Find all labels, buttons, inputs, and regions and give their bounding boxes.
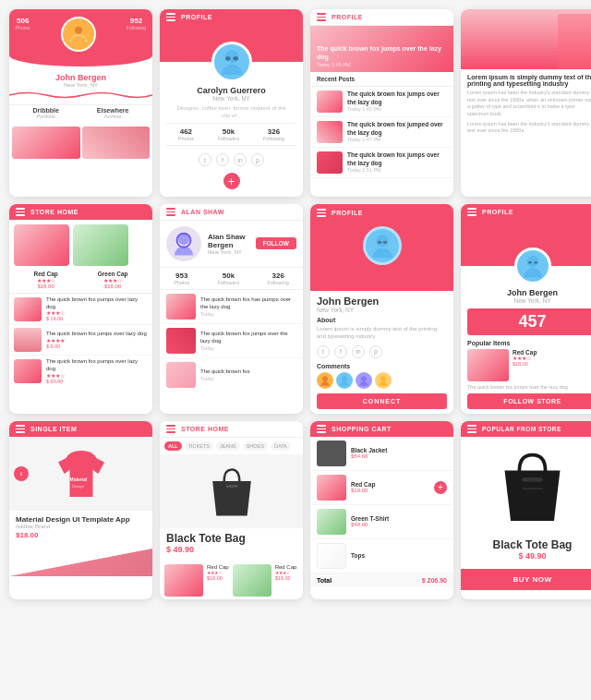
tote-price: $ 49.90 bbox=[166, 545, 296, 554]
popular-thumb-1 bbox=[467, 349, 509, 381]
popular-store-title: POPULAR FROM STORE bbox=[482, 426, 561, 432]
blog-card: PROFILE The quick brown fox jumps over t… bbox=[310, 9, 453, 197]
alan-name: Alan Shaw Bergen bbox=[208, 233, 249, 249]
svg-rect-20 bbox=[522, 477, 543, 482]
filter-all[interactable]: ALL bbox=[164, 441, 182, 451]
follow-store-button[interactable]: FOLLOW STORE bbox=[467, 393, 591, 409]
filter-tickets[interactable]: TICKETS bbox=[185, 441, 213, 451]
blog-hero: The quick brown fox jumps over the lazy … bbox=[310, 26, 453, 72]
alan-post-thumb-3 bbox=[166, 362, 196, 388]
product1-name: Red Cap bbox=[33, 271, 57, 277]
list-thumb-3 bbox=[14, 359, 42, 383]
bottom-stat2-val: Elsewhere bbox=[97, 107, 129, 114]
commenter-2 bbox=[336, 372, 353, 389]
alan-post-3[interactable]: The quick brown fox Today bbox=[160, 358, 303, 392]
svg-rect-21 bbox=[522, 488, 543, 489]
blog-post-2[interactable]: The quick brown fox jumped over the lazy… bbox=[310, 117, 453, 148]
social-twitter[interactable]: t bbox=[317, 345, 330, 358]
product-thumb-cap2 bbox=[73, 224, 128, 266]
connect-button[interactable]: CONNECT bbox=[317, 393, 447, 409]
stat2-num: 952 bbox=[127, 17, 146, 25]
back-button[interactable]: ‹ bbox=[14, 466, 29, 481]
bottom-stat1-val: Dribbble bbox=[32, 107, 58, 114]
list-item-2-name: The quick brown fox jumps over lazy dog bbox=[46, 331, 147, 338]
product2-price: $18.00 bbox=[98, 284, 128, 289]
related-price-2: $18.00 bbox=[275, 575, 297, 581]
hamburger-icon-blog[interactable] bbox=[317, 13, 326, 21]
single-item-info: Material Design UI Template App Addbar B… bbox=[9, 511, 152, 544]
facebook-icon[interactable]: f bbox=[216, 153, 229, 166]
hamburger-icon-cart[interactable] bbox=[317, 425, 326, 433]
alan-shaw-card: ALAN SHAW Alan Shaw Bergen New York, NY … bbox=[160, 204, 303, 414]
qty-button-2[interactable]: + bbox=[434, 481, 447, 494]
carolyn-stat2: 50k Followers bbox=[218, 127, 240, 141]
twitter-icon[interactable]: t bbox=[199, 153, 211, 166]
cart-item-4[interactable]: Tops bbox=[310, 539, 453, 573]
alan-post-1[interactable]: The quick brown fox has pumps over the l… bbox=[160, 290, 303, 324]
cart-item-3[interactable]: Green T-Shirt $48.00 bbox=[310, 505, 453, 539]
store-home-title: STORE HOME bbox=[181, 426, 229, 432]
hamburger-icon[interactable] bbox=[166, 13, 175, 21]
tote-bag-icon bbox=[209, 461, 255, 521]
wave-divider bbox=[9, 91, 152, 100]
commenter-4 bbox=[375, 372, 392, 389]
john-name: John Bergen bbox=[467, 288, 591, 297]
photo-thumb-1 bbox=[12, 127, 80, 159]
list-item-1[interactable]: The quick brown fox pumps over lazy dog … bbox=[9, 294, 152, 326]
svg-point-14 bbox=[526, 256, 538, 268]
filter-jeans[interactable]: JEANS bbox=[216, 441, 240, 451]
svg-text:Material: Material bbox=[69, 477, 88, 482]
instagram-icon[interactable]: in bbox=[234, 153, 247, 166]
hamburger-icon-storehome[interactable] bbox=[166, 425, 175, 433]
alan-title: ALAN SHAW bbox=[181, 209, 224, 215]
hamburger-icon-alan[interactable] bbox=[166, 208, 175, 216]
hamburger-icon-single[interactable] bbox=[16, 425, 25, 433]
list-item-3[interactable]: The quick brown fox pumps over lazy dog … bbox=[9, 356, 152, 387]
list-item-2[interactable]: The quick brown fox jumps over lazy dog … bbox=[9, 325, 152, 356]
alan-post-2[interactable]: The quick brown fox jumps over the lazy … bbox=[160, 324, 303, 358]
single-product-price: $18.00 bbox=[16, 531, 146, 539]
cart-item-1[interactable]: Black Jacket $54.00 bbox=[310, 437, 453, 471]
post-title-1: The quick brown fox jumps over the lazy … bbox=[347, 91, 447, 106]
stars2: ★★★☆ bbox=[98, 277, 128, 284]
related-thumb-1 bbox=[164, 564, 203, 597]
social-facebook[interactable]: f bbox=[334, 345, 347, 358]
single-product-name: Material Design UI Template App bbox=[16, 515, 146, 524]
comments-label: Comments bbox=[317, 363, 447, 369]
photo-thumb-2 bbox=[82, 127, 151, 159]
store-title: STORE HOME bbox=[30, 209, 78, 215]
alan-post-date-3: Today bbox=[200, 376, 250, 381]
social-pinterest[interactable]: p bbox=[369, 345, 382, 358]
carolyn-stat1: 462 Photos bbox=[178, 127, 194, 141]
cart-item-3-name: Green T-Shirt bbox=[351, 515, 389, 522]
follow-button[interactable]: FOLLOW bbox=[256, 237, 296, 249]
blog-post-1[interactable]: The quick brown fox jumps over the lazy … bbox=[310, 87, 453, 117]
social-linkedin[interactable]: in bbox=[352, 345, 365, 358]
buy-now-button[interactable]: BUY NOW bbox=[461, 569, 591, 590]
article-card: Lorem ipsum is simply dummy text of the … bbox=[461, 9, 591, 197]
product-thumb-cap1 bbox=[14, 224, 69, 266]
related-thumb-2 bbox=[233, 564, 271, 597]
filter-shoes[interactable]: SHOES bbox=[243, 441, 268, 451]
blog-post-3[interactable]: The quick brown fox jumps over the lazy … bbox=[310, 148, 453, 178]
svg-rect-4 bbox=[233, 56, 238, 60]
hamburger-icon-store[interactable] bbox=[16, 208, 25, 216]
svg-point-13 bbox=[380, 376, 386, 381]
pinterest-icon[interactable]: p bbox=[251, 153, 264, 166]
hamburger-icon-red[interactable] bbox=[317, 209, 326, 217]
cart-thumb-tops bbox=[317, 543, 346, 569]
social-icons: t f in p bbox=[166, 150, 296, 170]
article-hero bbox=[461, 9, 591, 69]
stat2-label: Following bbox=[127, 25, 146, 30]
hamburger-icon-john[interactable] bbox=[467, 208, 476, 216]
hamburger-icon-popular[interactable] bbox=[467, 425, 476, 433]
fab-button[interactable]: + bbox=[223, 173, 240, 189]
post-date-2: Today 1:47 PM bbox=[347, 137, 447, 142]
popular-label: Popular Items bbox=[467, 340, 591, 346]
cart-item-2[interactable]: Red Cap $18.00 + bbox=[310, 471, 453, 505]
cart-thumb-cap bbox=[317, 475, 346, 501]
filter-data[interactable]: DATA bbox=[271, 441, 291, 451]
alan-post-thumb-1 bbox=[166, 294, 196, 320]
about-text: Lorem ipsum is simply dummy text of the … bbox=[317, 325, 447, 341]
blog-hero-title: The quick brown fox jumps over the lazy … bbox=[317, 44, 447, 61]
